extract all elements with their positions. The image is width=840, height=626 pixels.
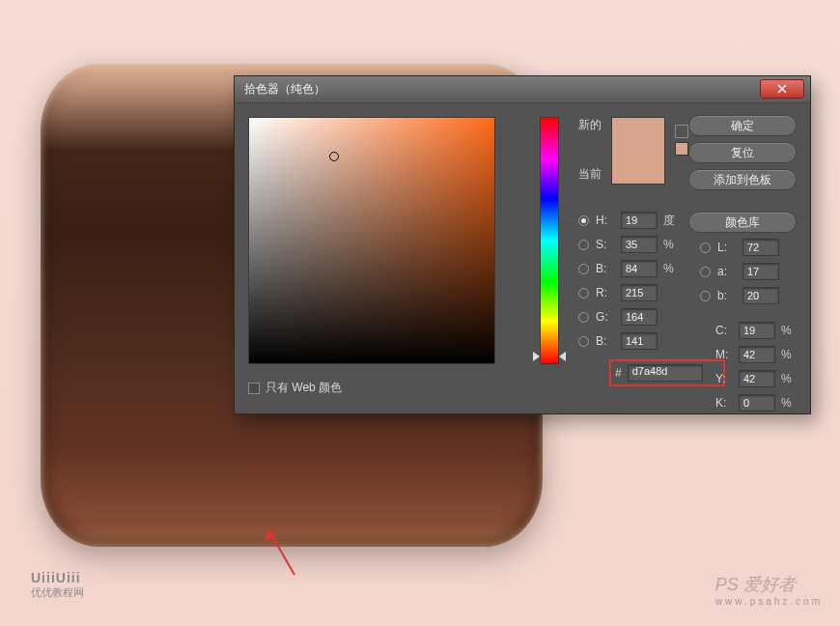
label-l: L: bbox=[717, 241, 739, 254]
color-library-button[interactable]: 颜色库 bbox=[688, 212, 797, 233]
saturation-value-field[interactable] bbox=[248, 117, 495, 364]
input-b-lab[interactable]: 20 bbox=[742, 287, 779, 304]
label-b-hsb: B: bbox=[596, 262, 617, 275]
color-preview bbox=[611, 117, 665, 185]
label-a: a: bbox=[717, 265, 739, 278]
radio-s[interactable] bbox=[578, 240, 589, 250]
close-icon bbox=[777, 84, 787, 94]
input-hex[interactable]: d7a48d bbox=[628, 364, 703, 382]
ok-button[interactable]: 确定 bbox=[688, 115, 797, 136]
triangle-left-icon bbox=[559, 352, 566, 361]
web-only-label: 只有 Web 颜色 bbox=[266, 380, 342, 396]
input-s[interactable]: 35 bbox=[621, 236, 658, 253]
watermark-left: UiiiUiii 优优教程网 bbox=[31, 570, 84, 599]
new-color-swatch bbox=[612, 118, 664, 151]
label-y: Y: bbox=[715, 372, 735, 385]
close-button[interactable] bbox=[760, 79, 804, 99]
radio-b-rgb[interactable] bbox=[578, 336, 589, 347]
input-y[interactable]: 42 bbox=[739, 370, 775, 387]
radio-l[interactable] bbox=[700, 242, 711, 253]
reset-button[interactable]: 复位 bbox=[688, 142, 797, 163]
pointer-arrow bbox=[251, 522, 309, 580]
svg-marker-2 bbox=[533, 352, 540, 361]
gamut-swatch[interactable] bbox=[675, 142, 688, 156]
input-a[interactable]: 17 bbox=[742, 263, 779, 280]
dialog-title: 拾色器（纯色） bbox=[244, 81, 325, 98]
sv-cursor[interactable] bbox=[329, 152, 339, 161]
dialog-titlebar[interactable]: 拾色器（纯色） bbox=[235, 76, 810, 103]
hue-slider[interactable] bbox=[540, 117, 559, 364]
hex-label: # bbox=[615, 366, 622, 380]
current-color-label: 当前 bbox=[578, 166, 602, 183]
input-m[interactable]: 42 bbox=[739, 346, 775, 363]
label-m: M: bbox=[715, 348, 735, 361]
watermark-right: PS 爱好者 www.psahz.com bbox=[715, 573, 823, 607]
label-g: G: bbox=[596, 310, 617, 324]
label-k: K: bbox=[715, 396, 735, 410]
web-only-checkbox[interactable] bbox=[248, 383, 260, 394]
add-swatch-button[interactable]: 添加到色板 bbox=[688, 169, 797, 190]
svg-marker-3 bbox=[559, 352, 566, 361]
radio-g[interactable] bbox=[578, 312, 589, 323]
label-r: R: bbox=[596, 286, 617, 299]
triangle-right-icon bbox=[533, 352, 540, 361]
radio-r[interactable] bbox=[578, 288, 589, 299]
input-g[interactable]: 164 bbox=[621, 308, 658, 326]
label-b-rgb: B: bbox=[596, 334, 617, 348]
hex-highlight: # d7a48d bbox=[609, 359, 725, 386]
input-h[interactable]: 19 bbox=[621, 212, 658, 229]
radio-a[interactable] bbox=[700, 267, 711, 277]
input-b-rgb[interactable]: 141 bbox=[621, 332, 658, 350]
label-h: H: bbox=[596, 213, 617, 227]
input-l[interactable]: 72 bbox=[742, 239, 779, 256]
input-c[interactable]: 19 bbox=[739, 322, 775, 339]
radio-h[interactable] bbox=[578, 215, 589, 226]
current-color-swatch bbox=[612, 151, 664, 184]
label-s: S: bbox=[596, 238, 617, 251]
input-k[interactable]: 0 bbox=[739, 394, 775, 412]
label-c: C: bbox=[715, 324, 735, 337]
input-b-hsb[interactable]: 84 bbox=[621, 260, 658, 277]
gamut-warning-icon[interactable] bbox=[675, 125, 688, 138]
new-color-label: 新的 bbox=[578, 117, 602, 133]
input-r[interactable]: 215 bbox=[621, 284, 658, 301]
color-picker-dialog: 拾色器（纯色） 只有 Web 颜色 bbox=[234, 75, 811, 414]
hue-slider-thumb[interactable] bbox=[533, 352, 566, 361]
radio-b-hsb[interactable] bbox=[578, 264, 589, 274]
radio-b-lab[interactable] bbox=[700, 291, 711, 301]
label-b-lab: b: bbox=[717, 289, 739, 302]
dialog-body: 只有 Web 颜色 确定 复位 添加到色板 颜色库 新的 bbox=[235, 103, 810, 413]
